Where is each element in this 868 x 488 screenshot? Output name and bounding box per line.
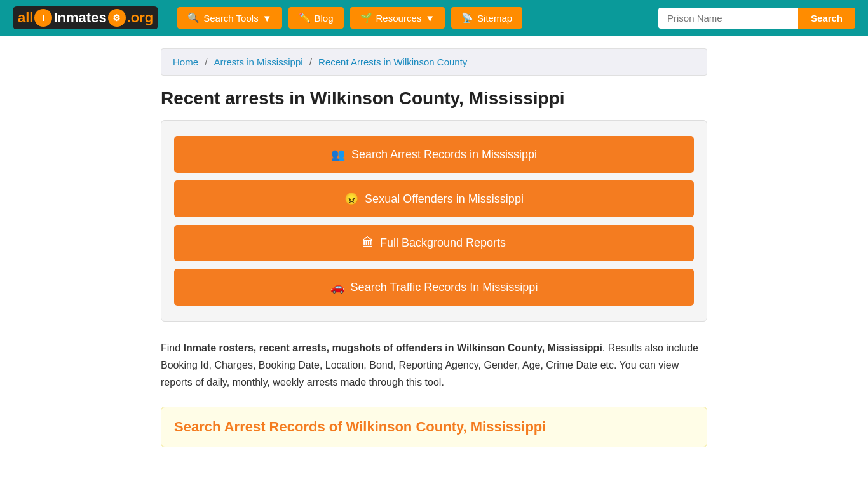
background-reports-button[interactable]: 🏛 Full Background Reports (174, 225, 694, 261)
arrest-records-button[interactable]: 👥 Search Arrest Records in Mississippi (174, 136, 694, 173)
prison-search-input[interactable] (658, 8, 798, 29)
sex-offenders-label: Sexual Offenders in Mississippi (365, 193, 524, 206)
main-header: all I Inmates ⚙ .org 🔍 Search Tools ▼ ✏️… (0, 0, 868, 36)
logo-text-all: all (18, 10, 33, 26)
sex-offenders-button[interactable]: 😠 Sexual Offenders in Mississippi (174, 180, 694, 217)
sex-offenders-icon: 😠 (344, 192, 358, 206)
logo[interactable]: all I Inmates ⚙ .org (13, 6, 158, 29)
breadcrumb-home[interactable]: Home (173, 57, 198, 67)
logo-text-inmates: Inmates (53, 10, 106, 26)
nav-sitemap-label: Sitemap (477, 13, 512, 24)
breadcrumb-separator-2: / (309, 57, 315, 67)
traffic-records-label: Search Traffic Records In Mississippi (351, 281, 538, 294)
blog-icon: ✏️ (299, 12, 311, 24)
prison-search-button[interactable]: Search (798, 8, 855, 29)
traffic-records-button[interactable]: 🚗 Search Traffic Records In Mississippi (174, 269, 694, 306)
nav-sitemap[interactable]: 📡 Sitemap (451, 7, 522, 29)
sitemap-icon: 📡 (461, 12, 473, 24)
background-reports-icon: 🏛 (362, 236, 374, 250)
arrest-records-icon: 👥 (331, 147, 345, 161)
search-tools-icon: 🔍 (187, 12, 200, 24)
resources-icon: 🌱 (360, 12, 372, 24)
logo-text-org: .org (127, 10, 154, 26)
logo-org-icon: ⚙ (108, 9, 126, 27)
arrest-records-label: Search Arrest Records in Mississippi (351, 148, 537, 161)
search-section: Search Arrest Records of Wilkinson Count… (161, 407, 707, 447)
nav-blog-label: Blog (315, 13, 334, 24)
breadcrumb-separator-1: / (205, 57, 210, 67)
breadcrumb-arrests-ms[interactable]: Arrests in Mississippi (214, 57, 303, 67)
page-title: Recent arrests in Wilkinson County, Miss… (161, 88, 707, 109)
nav-resources[interactable]: 🌱 Resources ▼ (350, 7, 445, 29)
nav-search-tools[interactable]: 🔍 Search Tools ▼ (177, 7, 281, 29)
main-content: Home / Arrests in Mississippi / Recent A… (148, 36, 720, 460)
logo-icon: I (34, 9, 52, 27)
nav-resources-label: Resources (376, 13, 422, 24)
traffic-records-icon: 🚗 (330, 280, 344, 294)
nav-blog[interactable]: ✏️ Blog (288, 7, 344, 29)
action-buttons-box: 👥 Search Arrest Records in Mississippi 😠… (161, 120, 707, 322)
background-reports-label: Full Background Reports (380, 236, 506, 250)
breadcrumb-recent-arrests[interactable]: Recent Arrests in Wilkinson County (318, 57, 467, 67)
resources-dropdown-arrow-icon: ▼ (425, 13, 435, 24)
description-text: Find Inmate rosters, recent arrests, mug… (161, 339, 707, 391)
search-section-title: Search Arrest Records of Wilkinson Count… (174, 419, 694, 435)
nav-search-tools-label: Search Tools (203, 13, 258, 24)
header-search-form: Search (658, 8, 855, 29)
dropdown-arrow-icon: ▼ (262, 13, 272, 24)
breadcrumb: Home / Arrests in Mississippi / Recent A… (161, 48, 707, 76)
description-prefix: Find (161, 342, 184, 353)
description-bold: Inmate rosters, recent arrests, mugshots… (184, 342, 602, 353)
